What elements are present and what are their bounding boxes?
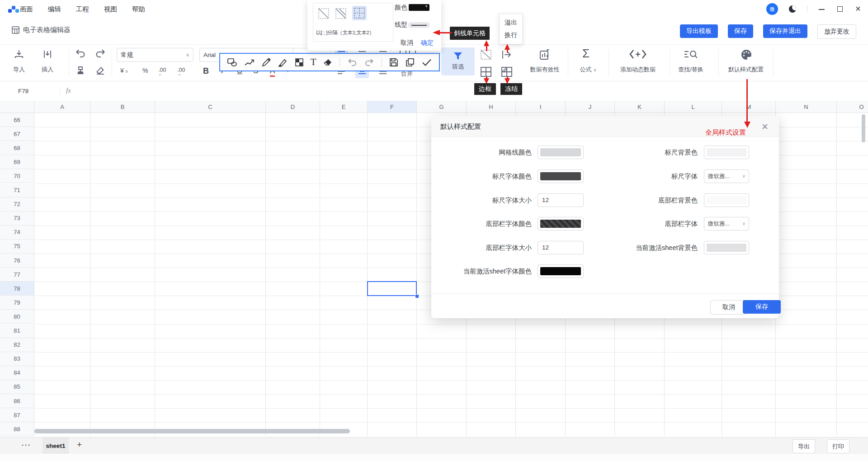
increase-decimal-button[interactable]: .00→ xyxy=(177,67,185,80)
column-header-K[interactable]: K xyxy=(615,101,665,113)
user-avatar[interactable]: 微 xyxy=(766,3,778,15)
find-replace-icon[interactable] xyxy=(684,50,698,60)
dialog-save-button[interactable]: 保存 xyxy=(743,300,781,314)
row-header-86[interactable]: 86 xyxy=(0,394,34,408)
overflow-option[interactable]: 溢出 xyxy=(505,19,517,27)
row-header-75[interactable]: 75 xyxy=(0,240,34,254)
popup-cancel-button[interactable]: 取消 xyxy=(401,39,413,47)
freeze-icon[interactable] xyxy=(501,66,513,77)
column-header-D[interactable]: D xyxy=(266,101,320,113)
column-header-G[interactable]: G xyxy=(417,101,467,113)
vertical-scrollbar[interactable] xyxy=(862,114,865,142)
column-header-E[interactable]: E xyxy=(320,101,368,113)
dynamic-data-label[interactable]: 添加动态数据 xyxy=(618,66,658,74)
column-header-L[interactable]: L xyxy=(665,101,722,113)
close-button[interactable]: ✕ xyxy=(854,5,862,13)
bottombar-font-select[interactable]: 微软雅... xyxy=(704,217,749,230)
row-header-85[interactable]: 85 xyxy=(0,380,34,394)
pencil-icon[interactable] xyxy=(262,58,271,67)
filter-button[interactable]: 筛选 xyxy=(441,47,475,75)
column-header-B[interactable]: B xyxy=(90,101,155,113)
row-header-78[interactable]: 78 xyxy=(0,282,34,296)
popup-ok-button[interactable]: 确定 xyxy=(421,39,434,47)
insert-label[interactable]: 插入 xyxy=(35,66,60,74)
column-header-H[interactable]: H xyxy=(467,101,516,113)
save-button[interactable]: 保存 xyxy=(728,24,753,38)
wrap-option[interactable]: 换行 xyxy=(505,31,517,39)
sheet-more-button[interactable]: ··· xyxy=(22,441,31,449)
column-header-M[interactable]: M xyxy=(722,101,776,113)
eraser-icon[interactable] xyxy=(95,66,105,75)
ruler-font-select[interactable]: 微软雅... xyxy=(704,169,749,183)
column-header-A[interactable]: A xyxy=(34,101,90,113)
row-header-77[interactable]: 77 xyxy=(0,268,34,282)
row-header-82[interactable]: 82 xyxy=(0,338,34,352)
formula-label[interactable]: 公式 ∨ xyxy=(572,66,604,74)
diagonal-single-icon[interactable] xyxy=(318,8,330,19)
insert-icon[interactable] xyxy=(42,49,53,60)
column-header-J[interactable]: J xyxy=(566,101,615,113)
row-header-73[interactable]: 73 xyxy=(0,212,34,226)
row-header-80[interactable]: 80 xyxy=(0,310,34,324)
row-header-74[interactable]: 74 xyxy=(0,226,34,240)
bold-button[interactable]: B xyxy=(203,66,209,76)
column-header-C[interactable]: C xyxy=(155,101,266,113)
import-icon[interactable] xyxy=(14,49,24,60)
column-header-F[interactable]: F xyxy=(368,101,417,113)
menu-item-help[interactable]: 帮助 xyxy=(132,5,145,14)
maximize-button[interactable] xyxy=(836,5,844,13)
export-button[interactable]: 导出 xyxy=(793,439,815,453)
diagonal-cross-selected[interactable] xyxy=(352,6,367,20)
redo-icon[interactable] xyxy=(364,58,374,67)
data-validation-icon[interactable] xyxy=(539,49,551,61)
number-format-select[interactable]: 常规∨ xyxy=(117,48,193,62)
line-type-preview[interactable] xyxy=(408,22,430,28)
minimize-button[interactable] xyxy=(818,5,826,13)
fill-handle[interactable] xyxy=(415,294,419,298)
row-header-87[interactable]: 87 xyxy=(0,408,34,422)
undo-icon[interactable] xyxy=(75,48,86,58)
menu-item-project[interactable]: 工程 xyxy=(76,5,89,14)
close-icon[interactable]: ✕ xyxy=(761,122,769,132)
row-header-70[interactable]: 70 xyxy=(0,169,34,183)
diagonal-double-icon[interactable] xyxy=(335,8,347,19)
redo-icon[interactable] xyxy=(95,48,106,58)
save-and-exit-button[interactable]: 保存并退出 xyxy=(763,24,807,38)
sigma-icon[interactable]: Σ xyxy=(582,47,590,61)
row-header-76[interactable]: 76 xyxy=(0,254,34,268)
polyline-icon[interactable] xyxy=(245,58,255,66)
fill-icon[interactable] xyxy=(295,58,303,66)
sheet-tab[interactable]: sheet1 xyxy=(42,437,69,454)
cell-reference-box[interactable]: F78 xyxy=(18,88,28,94)
dialog-cancel-button[interactable]: 取消 xyxy=(710,300,747,315)
color-swatch[interactable] xyxy=(409,4,429,11)
currency-button[interactable]: ¥ ∨ xyxy=(120,67,128,74)
row-header-88[interactable]: 88 xyxy=(0,422,34,436)
row-header-68[interactable]: 68 xyxy=(0,141,34,155)
percent-button[interactable]: % xyxy=(142,67,148,74)
active-sheet-bg-color-input[interactable] xyxy=(704,241,749,254)
save-icon[interactable] xyxy=(389,58,398,67)
bottombar-bg-color-input[interactable] xyxy=(704,193,749,207)
menu-item-view[interactable]: 视图 xyxy=(104,5,117,14)
select-all-corner[interactable] xyxy=(0,101,34,113)
horizontal-scrollbar[interactable] xyxy=(34,429,350,433)
copy-icon[interactable] xyxy=(406,58,415,67)
row-header-67[interactable]: 67 xyxy=(0,127,34,141)
data-validation-label[interactable]: 数据有效性 xyxy=(524,66,565,74)
row-header-79[interactable]: 79 xyxy=(0,296,34,310)
column-header-N[interactable]: N xyxy=(776,101,837,113)
row-header-66[interactable]: 66 xyxy=(0,113,34,127)
fx-icon[interactable]: fx xyxy=(66,87,71,94)
active-sheet-font-color-input[interactable] xyxy=(538,264,584,278)
row-header-81[interactable]: 81 xyxy=(0,324,34,338)
column-header-O[interactable]: O xyxy=(837,101,868,113)
shapes-icon[interactable] xyxy=(227,58,237,67)
highlighter-icon[interactable] xyxy=(278,58,288,67)
text-icon[interactable]: T xyxy=(311,56,316,68)
print-button[interactable]: 打印 xyxy=(827,439,849,453)
decrease-decimal-button[interactable]: .00← xyxy=(158,67,166,80)
row-header-69[interactable]: 69 xyxy=(0,155,34,169)
export-template-button[interactable]: 导出模板 xyxy=(680,24,718,38)
confirm-check-icon[interactable] xyxy=(422,58,432,66)
